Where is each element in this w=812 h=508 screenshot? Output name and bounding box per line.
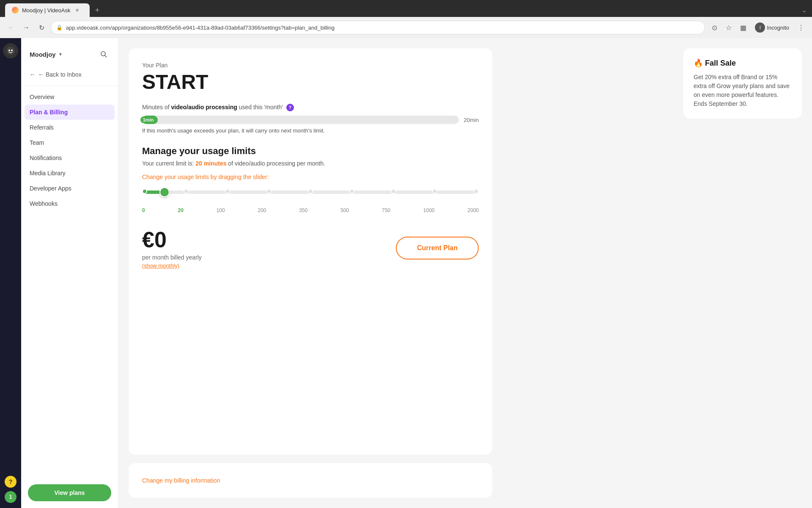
slider-label-1000: 1000 <box>423 207 435 213</box>
media-library-label: Media Library <box>30 170 66 177</box>
back-to-inbox-label: ← Back to Inbox <box>38 71 82 78</box>
tab-title: Moodjoy | VideoAsk <box>22 7 70 14</box>
usage-section: Minutes of video/audio processing used t… <box>142 104 479 134</box>
manage-section: Manage your usage limits Your current li… <box>142 146 479 213</box>
back-to-inbox-link[interactable]: ← ← Back to Inbox <box>21 67 118 82</box>
overview-label: Overview <box>30 94 54 100</box>
your-plan-label: Your Plan <box>142 62 479 69</box>
developer-apps-label: Developer Apps <box>30 185 71 192</box>
fall-sale-title-text: Fall Sale <box>705 59 736 67</box>
sidebar-icon[interactable]: ▦ <box>737 22 749 33</box>
bookmark-icon[interactable]: ☆ <box>723 22 735 33</box>
cast-icon[interactable]: ⊙ <box>708 22 720 33</box>
price-period: per month billed yearly <box>142 254 202 261</box>
slider-labels: 0 20 100 200 350 500 750 1000 2000 <box>142 207 479 213</box>
address-bar[interactable]: 🔒 app.videoask.com/app/organizations/8b9… <box>51 21 705 34</box>
slider-label-750: 750 <box>382 207 390 213</box>
svg-point-1 <box>8 50 10 51</box>
forward-nav-button[interactable]: → <box>20 22 32 33</box>
sidebar-item-webhooks[interactable]: Webhooks <box>21 196 118 211</box>
tab-collapse-button[interactable]: ⌄ <box>802 7 807 14</box>
plan-billing-label: Plan & Billing <box>30 109 68 116</box>
progress-bar: 1min <box>142 116 459 124</box>
info-icon[interactable]: ? <box>286 104 294 111</box>
main-content: Your Plan START Minutes of video/audio p… <box>118 38 812 508</box>
slider-label-20: 20 <box>178 207 183 213</box>
plan-name: START <box>142 70 479 94</box>
new-tab-button[interactable]: + <box>91 4 103 16</box>
slider-label-350: 350 <box>299 207 307 213</box>
nav-bar: ← → ↻ 🔒 app.videoask.com/app/organizatio… <box>0 17 812 38</box>
profile-avatar: I <box>755 22 765 33</box>
active-tab[interactable]: Moodjoy | VideoAsk ✕ <box>5 3 90 17</box>
progress-bar-container: 1min 20min <box>142 116 479 124</box>
slider-label-0: 0 <box>142 207 145 213</box>
browser-nav-icons: ⊙ ☆ ▦ I Incognito ⋮ <box>708 21 807 34</box>
fall-sale-emoji: 🔥 <box>694 59 703 67</box>
plan-card: Your Plan START Minutes of video/audio p… <box>129 48 492 455</box>
back-nav-button[interactable]: ← <box>5 22 17 33</box>
help-button[interactable]: ? <box>5 476 16 488</box>
sidebar-item-plan-billing[interactable]: Plan & Billing <box>25 105 115 120</box>
sidebar-item-notifications[interactable]: Notifications <box>21 150 118 166</box>
current-limit-bold: 20 minutes <box>195 160 226 167</box>
slider-label-2000: 2000 <box>467 207 479 213</box>
org-chevron-icon: ▾ <box>59 51 62 57</box>
price-display: €0 <box>142 227 202 252</box>
url-text: app.videoask.com/app/organizations/8b955… <box>66 25 700 31</box>
progress-end-label: 20min <box>464 117 479 123</box>
sidebar-item-developer-apps[interactable]: Developer Apps <box>21 181 118 196</box>
sidebar-item-team[interactable]: Team <box>21 135 118 150</box>
tab-favicon <box>12 7 19 14</box>
menu-icon[interactable]: ⋮ <box>795 22 807 33</box>
usage-note: If this month's usage exceeds your plan,… <box>142 127 479 134</box>
sidebar-nav: Moodjoy ▾ ← ← Back to Inbox Overview Pla… <box>21 38 118 508</box>
sidebar-item-media-library[interactable]: Media Library <box>21 166 118 181</box>
current-limit-post: of video/audio processing per month. <box>226 160 325 167</box>
team-label: Team <box>30 139 44 146</box>
back-arrow-icon: ← <box>30 71 36 78</box>
progress-start-label: 1min <box>140 116 156 123</box>
usage-label-post: used this 'month' <box>237 104 283 110</box>
lock-icon: 🔒 <box>56 25 63 30</box>
current-limit-pre: Your current limit is: <box>142 160 195 167</box>
org-name: Moodjoy <box>30 51 56 58</box>
billing-section: Change my billing information <box>129 463 492 498</box>
app-layout: ? 1 Moodjoy ▾ ← ← Back to Inbox Overview… <box>0 38 812 508</box>
notifications-label: Notifications <box>30 155 62 161</box>
search-button[interactable] <box>98 48 110 60</box>
price-section: €0 per month billed yearly (show monthly… <box>142 227 202 269</box>
fall-sale-description: Get 20% extra off Brand or 15% extra off… <box>694 73 792 108</box>
sidebar-dark: ? 1 <box>0 38 21 508</box>
profile-button[interactable]: I Incognito <box>752 21 793 34</box>
notification-badge[interactable]: 1 <box>5 491 16 503</box>
slider-wrapper <box>142 187 479 204</box>
browser-chrome: Moodjoy | VideoAsk ✕ + ⌄ ← → ↻ 🔒 app.vid… <box>0 0 812 38</box>
manage-title: Manage your usage limits <box>142 146 479 157</box>
current-limit-text: Your current limit is: 20 minutes of vid… <box>142 160 479 167</box>
slider-label-100: 100 <box>217 207 225 213</box>
tab-close-button[interactable]: ✕ <box>74 7 80 14</box>
reload-nav-button[interactable]: ↻ <box>36 22 47 33</box>
sidebar-item-referrals[interactable]: Referrals <box>21 120 118 135</box>
progress-fill: 1min <box>142 116 158 124</box>
usage-label-bold: video/audio processing <box>171 104 237 110</box>
sidebar-item-overview[interactable]: Overview <box>21 89 118 105</box>
webhooks-label: Webhooks <box>30 200 58 207</box>
bottom-section: €0 per month billed yearly (show monthly… <box>142 227 479 269</box>
show-monthly-link[interactable]: (show monthly) <box>142 262 202 269</box>
org-header[interactable]: Moodjoy ▾ <box>21 45 118 67</box>
plan-column: Your Plan START Minutes of video/audio p… <box>129 48 673 498</box>
tab-bar: Moodjoy | VideoAsk ✕ + ⌄ <box>0 0 812 17</box>
change-billing-link[interactable]: Change my billing information <box>142 477 220 484</box>
app-logo <box>3 43 18 58</box>
view-plans-button[interactable]: View plans <box>28 484 111 501</box>
slider-label-200: 200 <box>258 207 266 213</box>
current-plan-button[interactable]: Current Plan <box>396 237 479 260</box>
drag-hint: Change your usage limits by dragging the… <box>142 174 479 180</box>
svg-point-0 <box>6 47 15 55</box>
fall-sale-title: 🔥 Fall Sale <box>694 58 792 68</box>
usage-label: Minutes of video/audio processing used t… <box>142 104 479 111</box>
usage-label-pre: Minutes of <box>142 104 171 110</box>
nav-divider <box>21 86 118 86</box>
